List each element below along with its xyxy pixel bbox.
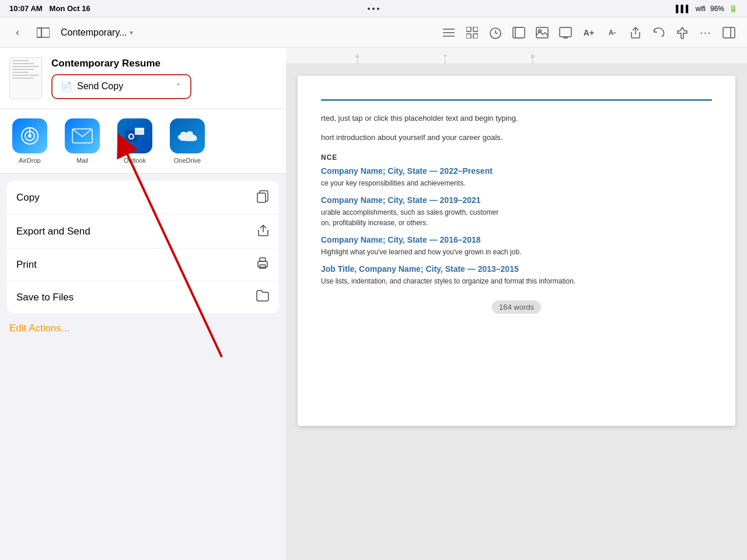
- battery-icon: 🔋: [729, 5, 738, 13]
- airdrop-app-item[interactable]: AirDrop: [9, 118, 50, 164]
- copy-icon: [256, 189, 270, 206]
- job-desc-4: Use lists, indentation, and character st…: [321, 276, 712, 286]
- svg-rect-21: [723, 27, 735, 38]
- mail-icon: [65, 118, 100, 153]
- save-files-icon: [256, 289, 270, 305]
- layers-button[interactable]: [508, 22, 530, 44]
- copy-action-item[interactable]: Copy: [7, 181, 279, 215]
- word-count-badge: 164 words: [492, 300, 541, 314]
- apps-row: AirDrop Mail O: [0, 109, 286, 174]
- onedrive-label: OneDrive: [174, 157, 201, 164]
- title-text: Contemporary...: [61, 27, 127, 38]
- svg-rect-38: [260, 258, 266, 261]
- page-header-bar: [321, 99, 712, 101]
- page-intro-text-2: hort introduction about yourself and you…: [321, 132, 712, 144]
- status-center-dots: [368, 8, 379, 10]
- edit-actions-button[interactable]: Edit Actions...: [9, 323, 69, 334]
- right-panel-button[interactable]: [718, 22, 740, 44]
- ruler-mark-6: 6: [356, 54, 359, 64]
- action-list: Copy Export and Send: [7, 181, 279, 313]
- status-left: 10:07 AM Mon Oct 16: [9, 4, 90, 13]
- text-larger-button[interactable]: A+: [578, 22, 600, 44]
- svg-rect-1: [37, 28, 50, 37]
- page-intro-text: rted, just tap or click this placeholder…: [321, 113, 712, 125]
- title-chevron-icon: ▾: [130, 29, 133, 37]
- job-desc-2: urable accomplishments, such as sales gr…: [321, 207, 712, 228]
- page-section-nce: NCE: [321, 153, 712, 162]
- airdrop-icon: [12, 118, 47, 153]
- document-title[interactable]: Contemporary... ▾: [61, 27, 133, 38]
- svg-rect-0: [37, 28, 41, 37]
- svg-rect-39: [260, 265, 266, 268]
- svg-rect-6: [466, 27, 471, 32]
- toolbar-icons: A+ A- ···: [438, 22, 740, 44]
- svg-rect-9: [473, 34, 478, 38]
- dot1: [368, 8, 370, 10]
- job-title-2: Company Name; City, State — 2019–2021: [321, 195, 712, 205]
- onedrive-icon: [170, 118, 205, 153]
- export-label: Export and Send: [16, 226, 90, 237]
- job-title-3: Company Name; City, State — 2016–2018: [321, 235, 712, 244]
- share-button[interactable]: [624, 22, 647, 44]
- svg-rect-14: [515, 27, 525, 38]
- timer-button[interactable]: [484, 22, 507, 44]
- send-copy-chevron-icon: ⌃: [175, 82, 182, 91]
- status-bar: 10:07 AM Mon Oct 16 ▌▌▌ wifi 96% 🔋: [0, 0, 747, 18]
- back-button[interactable]: ‹: [7, 22, 28, 43]
- send-copy-file-icon: 📄: [61, 81, 72, 92]
- airdrop-label: AirDrop: [19, 157, 40, 164]
- image-button[interactable]: [531, 22, 553, 44]
- undo-button[interactable]: [648, 22, 670, 44]
- svg-point-25: [28, 134, 32, 138]
- svg-text:O: O: [128, 132, 135, 141]
- outlook-icon: O: [117, 118, 152, 153]
- outlook-app-item[interactable]: O Outlook: [114, 118, 155, 164]
- print-action-item[interactable]: Print: [7, 249, 279, 281]
- job-title-4: Job Title, Company Name; City, State — 2…: [321, 264, 712, 274]
- svg-rect-17: [560, 27, 571, 37]
- dot3: [377, 8, 379, 10]
- mail-label: Mail: [76, 157, 88, 164]
- onedrive-app-item[interactable]: OneDrive: [167, 118, 208, 164]
- svg-rect-35: [257, 193, 266, 202]
- time-display: 10:07 AM: [9, 4, 43, 13]
- ruler-mark-7: 7: [444, 54, 446, 64]
- print-label: Print: [16, 259, 37, 271]
- document-content-area: 6 7 8 rted, just tap or click this place…: [286, 48, 747, 560]
- send-copy-button[interactable]: 📄 Send Copy ⌃: [51, 74, 191, 99]
- share-dropdown-panel: Contemporary Resume 📄 Send Copy ⌃: [0, 48, 286, 560]
- edit-actions-section: Edit Actions...: [0, 313, 286, 344]
- grid-view-button[interactable]: [461, 22, 483, 44]
- outlook-label: Outlook: [124, 157, 146, 164]
- job-desc-3: Highlight what you've learned and how yo…: [321, 247, 712, 257]
- more-button[interactable]: ···: [694, 22, 717, 44]
- mail-app-item[interactable]: Mail: [62, 118, 103, 164]
- export-action-item[interactable]: Export and Send: [7, 215, 279, 249]
- document-page: rted, just tap or click this placeholder…: [298, 76, 735, 426]
- dot2: [372, 8, 375, 10]
- signal-icon: ▌▌▌: [676, 5, 691, 13]
- text-smaller-button[interactable]: A-: [601, 22, 623, 44]
- wifi-icon: wifi: [696, 5, 706, 13]
- pin-button[interactable]: [671, 22, 693, 44]
- list-view-button[interactable]: [438, 22, 460, 44]
- date-display: Mon Oct 16: [50, 4, 90, 13]
- svg-rect-7: [473, 27, 478, 32]
- send-copy-text: Send Copy: [77, 81, 123, 92]
- save-files-action-item[interactable]: Save to Files: [7, 281, 279, 313]
- export-icon: [257, 223, 270, 240]
- main-container: Contemporary Resume 📄 Send Copy ⌃: [0, 48, 747, 560]
- doc-name: Contemporary Resume: [51, 58, 277, 69]
- status-right: ▌▌▌ wifi 96% 🔋: [676, 5, 738, 13]
- page-area: rted, just tap or click this placeholder…: [286, 64, 747, 560]
- copy-label: Copy: [16, 192, 40, 204]
- job-desc-1: ce your key responsibilities and achieve…: [321, 178, 712, 188]
- job-title-1: Company Name; City, State — 2022–Present: [321, 166, 712, 176]
- sidebar-toggle-button[interactable]: [33, 22, 54, 43]
- doc-header: Contemporary Resume 📄 Send Copy ⌃: [0, 48, 286, 109]
- doc-thumbnail: [9, 57, 42, 99]
- toolbar: ‹ Contemporary... ▾: [0, 18, 747, 48]
- screen-button[interactable]: [554, 22, 577, 44]
- send-copy-label: 📄 Send Copy: [61, 81, 123, 92]
- ruler: 6 7 8: [286, 48, 747, 64]
